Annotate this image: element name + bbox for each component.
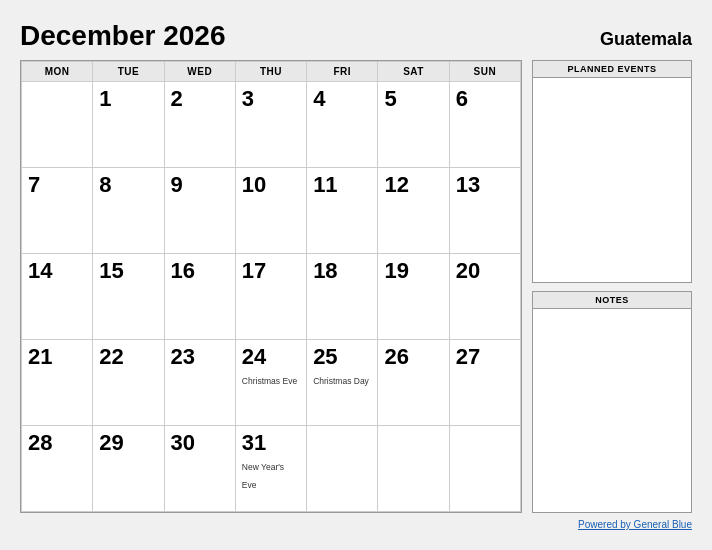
planned-events-box: PLANNED EVENTS <box>532 60 692 283</box>
calendar-day-cell: 28 <box>22 426 93 512</box>
day-number: 22 <box>99 344 157 370</box>
main-content: MONTUEWEDTHUFRISATSUN 123456789101112131… <box>20 60 692 513</box>
calendar-day-cell: 23 <box>164 340 235 426</box>
day-number: 10 <box>242 172 300 198</box>
calendar-day-cell: 3 <box>235 82 306 168</box>
day-number: 5 <box>384 86 442 112</box>
day-of-week-header: WED <box>164 62 235 82</box>
calendar-day-cell <box>307 426 378 512</box>
calendar-day-cell: 22 <box>93 340 164 426</box>
calendar-day-cell <box>378 426 449 512</box>
day-number: 12 <box>384 172 442 198</box>
day-number: 25 <box>313 344 371 370</box>
day-number: 28 <box>28 430 86 456</box>
day-number: 24 <box>242 344 300 370</box>
day-number: 23 <box>171 344 229 370</box>
calendar-day-cell: 27 <box>449 340 520 426</box>
calendar-day-cell: 31New Year's Eve <box>235 426 306 512</box>
day-event: Christmas Eve <box>242 376 297 386</box>
calendar-day-cell: 5 <box>378 82 449 168</box>
calendar-day-cell: 1 <box>93 82 164 168</box>
notes-content <box>533 309 691 508</box>
day-number: 30 <box>171 430 229 456</box>
calendar-day-cell: 12 <box>378 168 449 254</box>
calendar-day-cell: 11 <box>307 168 378 254</box>
calendar-day-cell: 15 <box>93 254 164 340</box>
calendar-day-cell: 20 <box>449 254 520 340</box>
day-number: 3 <box>242 86 300 112</box>
day-of-week-header: FRI <box>307 62 378 82</box>
country-title: Guatemala <box>600 29 692 50</box>
calendar-day-cell: 13 <box>449 168 520 254</box>
planned-events-content <box>533 78 691 277</box>
month-year-title: December 2026 <box>20 20 225 52</box>
day-number: 1 <box>99 86 157 112</box>
day-of-week-header: TUE <box>93 62 164 82</box>
calendar-day-cell: 16 <box>164 254 235 340</box>
calendar-day-cell <box>449 426 520 512</box>
calendar-day-cell: 8 <box>93 168 164 254</box>
calendar-header: December 2026 Guatemala <box>20 20 692 52</box>
day-number: 18 <box>313 258 371 284</box>
calendar-day-cell: 9 <box>164 168 235 254</box>
day-number: 8 <box>99 172 157 198</box>
calendar-day-cell: 10 <box>235 168 306 254</box>
day-of-week-header: SAT <box>378 62 449 82</box>
day-event: New Year's Eve <box>242 462 284 490</box>
day-number: 26 <box>384 344 442 370</box>
calendar-day-cell: 4 <box>307 82 378 168</box>
notes-box: NOTES <box>532 291 692 514</box>
day-number: 19 <box>384 258 442 284</box>
powered-by-link[interactable]: Powered by General Blue <box>578 519 692 530</box>
day-number: 11 <box>313 172 371 198</box>
day-number: 20 <box>456 258 514 284</box>
day-number: 4 <box>313 86 371 112</box>
day-number: 29 <box>99 430 157 456</box>
footer: Powered by General Blue <box>20 519 692 530</box>
day-number: 7 <box>28 172 86 198</box>
day-number: 6 <box>456 86 514 112</box>
calendar-day-cell: 14 <box>22 254 93 340</box>
calendar-day-cell <box>22 82 93 168</box>
day-of-week-header: MON <box>22 62 93 82</box>
calendar-day-cell: 7 <box>22 168 93 254</box>
day-number: 21 <box>28 344 86 370</box>
day-number: 13 <box>456 172 514 198</box>
day-of-week-header: THU <box>235 62 306 82</box>
day-number: 9 <box>171 172 229 198</box>
calendar-day-cell: 26 <box>378 340 449 426</box>
calendar-day-cell: 2 <box>164 82 235 168</box>
calendar-day-cell: 21 <box>22 340 93 426</box>
calendar-grid: MONTUEWEDTHUFRISATSUN 123456789101112131… <box>20 60 522 513</box>
day-number: 14 <box>28 258 86 284</box>
day-number: 15 <box>99 258 157 284</box>
calendar-day-cell: 25Christmas Day <box>307 340 378 426</box>
calendar-day-cell: 30 <box>164 426 235 512</box>
calendar-day-cell: 24Christmas Eve <box>235 340 306 426</box>
day-number: 27 <box>456 344 514 370</box>
calendar-day-cell: 6 <box>449 82 520 168</box>
calendar-day-cell: 17 <box>235 254 306 340</box>
day-number: 17 <box>242 258 300 284</box>
calendar-day-cell: 29 <box>93 426 164 512</box>
calendar-day-cell: 19 <box>378 254 449 340</box>
sidebar: PLANNED EVENTS NOTES <box>532 60 692 513</box>
notes-header: NOTES <box>533 292 691 309</box>
day-of-week-header: SUN <box>449 62 520 82</box>
day-number: 2 <box>171 86 229 112</box>
calendar-day-cell: 18 <box>307 254 378 340</box>
day-number: 16 <box>171 258 229 284</box>
planned-events-header: PLANNED EVENTS <box>533 61 691 78</box>
day-number: 31 <box>242 430 300 456</box>
day-event: Christmas Day <box>313 376 369 386</box>
